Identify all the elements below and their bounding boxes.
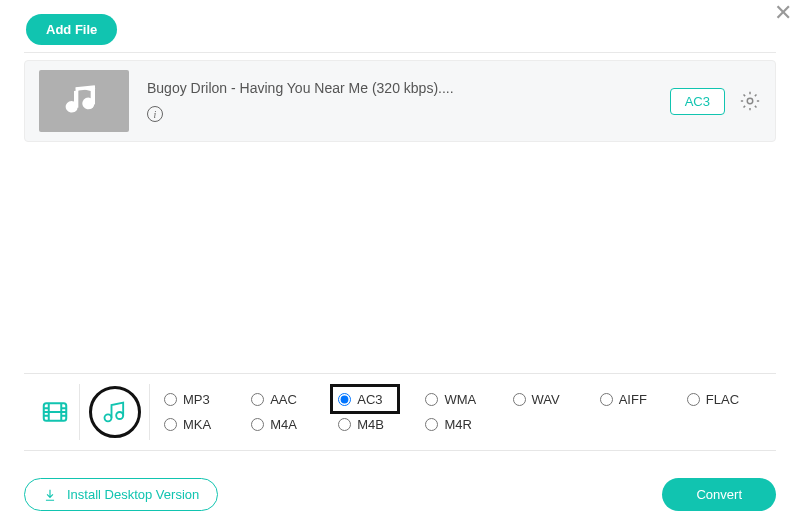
formats-grid: MP3AACAC3WMAWAVAIFFFLACMKAM4AM4BM4R	[150, 392, 770, 432]
format-option-flac[interactable]: FLAC	[687, 392, 770, 407]
format-label: MKA	[183, 417, 211, 432]
format-label: WMA	[444, 392, 476, 407]
svg-point-14	[104, 414, 111, 421]
format-selection-bar: MP3AACAC3WMAWAVAIFFFLACMKAM4AM4BM4R	[24, 373, 776, 451]
format-radio-m4b[interactable]	[338, 418, 351, 431]
format-option-mp3[interactable]: MP3	[164, 392, 247, 407]
divider	[24, 52, 776, 53]
format-radio-ac3[interactable]	[338, 393, 351, 406]
install-desktop-label: Install Desktop Version	[67, 487, 199, 502]
format-label: AIFF	[619, 392, 647, 407]
format-radio-aac[interactable]	[251, 393, 264, 406]
format-radio-aiff[interactable]	[600, 393, 613, 406]
format-radio-flac[interactable]	[687, 393, 700, 406]
format-label: M4R	[444, 417, 471, 432]
format-option-m4a[interactable]: M4A	[251, 417, 334, 432]
format-option-ac3[interactable]: AC3	[338, 392, 421, 407]
format-option-wav[interactable]: WAV	[513, 392, 596, 407]
format-radio-wav[interactable]	[513, 393, 526, 406]
format-label: FLAC	[706, 392, 739, 407]
format-radio-m4r[interactable]	[425, 418, 438, 431]
install-desktop-button[interactable]: Install Desktop Version	[24, 478, 218, 511]
video-category[interactable]	[30, 384, 80, 440]
gear-icon[interactable]	[739, 90, 761, 112]
output-format-badge[interactable]: AC3	[670, 88, 725, 115]
file-meta: Bugoy Drilon - Having You Near Me (320 k…	[147, 80, 670, 122]
file-row: Bugoy Drilon - Having You Near Me (320 k…	[24, 60, 776, 142]
download-icon	[43, 488, 57, 502]
music-note-icon	[64, 81, 104, 121]
format-label: WAV	[532, 392, 560, 407]
format-label: MP3	[183, 392, 210, 407]
format-option-m4r[interactable]: M4R	[425, 417, 508, 432]
file-title: Bugoy Drilon - Having You Near Me (320 k…	[147, 80, 670, 96]
format-option-aac[interactable]: AAC	[251, 392, 334, 407]
format-label: AC3	[357, 392, 382, 407]
format-radio-m4a[interactable]	[251, 418, 264, 431]
audio-category[interactable]	[80, 384, 150, 440]
format-label: AAC	[270, 392, 297, 407]
file-row-actions: AC3	[670, 88, 761, 115]
file-thumbnail	[39, 70, 129, 132]
close-icon[interactable]: ✕	[774, 2, 792, 24]
format-radio-wma[interactable]	[425, 393, 438, 406]
audio-icon	[101, 398, 129, 426]
format-radio-mp3[interactable]	[164, 393, 177, 406]
bottom-bar: Install Desktop Version Convert	[24, 478, 776, 511]
format-option-mka[interactable]: MKA	[164, 417, 247, 432]
convert-button[interactable]: Convert	[662, 478, 776, 511]
format-option-m4b[interactable]: M4B	[338, 417, 421, 432]
format-option-wma[interactable]: WMA	[425, 392, 508, 407]
video-icon	[40, 397, 70, 427]
add-file-button[interactable]: Add File	[26, 14, 117, 45]
svg-point-5	[747, 98, 753, 104]
svg-point-15	[116, 412, 123, 419]
format-label: M4A	[270, 417, 297, 432]
format-label: M4B	[357, 417, 384, 432]
format-option-aiff[interactable]: AIFF	[600, 392, 683, 407]
info-icon[interactable]: i	[147, 106, 163, 122]
format-radio-mka[interactable]	[164, 418, 177, 431]
